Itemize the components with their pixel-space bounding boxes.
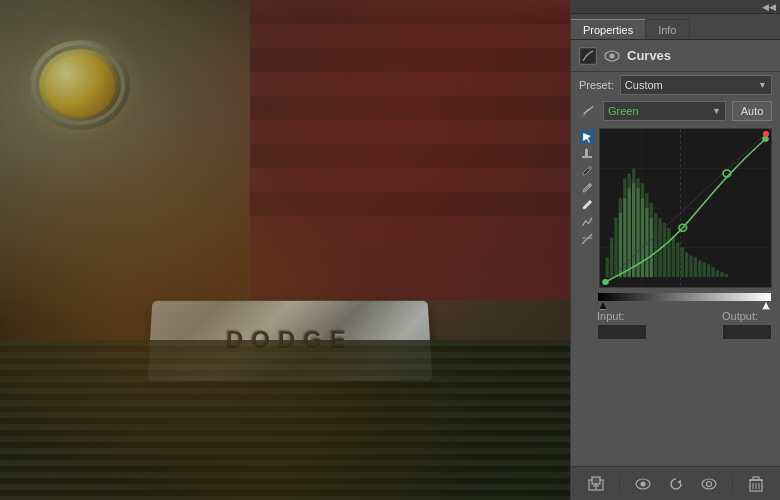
output-label: Output: [722,310,758,322]
svg-rect-38 [689,255,692,277]
photo-canvas: DODGE [0,0,570,500]
properties-panel: ◀◀ Properties Info [570,0,780,500]
svg-rect-37 [685,252,688,277]
output-value-field[interactable] [722,324,772,340]
preset-label: Preset: [579,79,614,91]
separator-2 [732,474,733,494]
preset-dropdown-arrow-icon: ▼ [758,80,767,90]
channel-sample-icon[interactable] [579,102,597,120]
select-point-tool[interactable] [580,130,594,144]
panel-spacer [571,340,780,466]
reset-button[interactable] [666,474,686,494]
pencil-tool[interactable] [580,147,594,161]
tools-sidebar [579,128,595,288]
svg-rect-20 [610,238,613,278]
svg-marker-67 [677,480,681,484]
svg-rect-54 [650,218,653,277]
svg-rect-49 [628,188,631,277]
eyedropper-gray-tool[interactable] [580,181,594,195]
svg-rect-41 [703,262,706,277]
curves-svg[interactable] [600,129,771,287]
preset-dropdown[interactable]: Custom ▼ [620,75,772,95]
smooth-curve-tool[interactable] [580,215,594,229]
svg-point-2 [610,53,615,58]
svg-rect-35 [676,243,679,278]
channel-dropdown-arrow-icon: ▼ [712,106,721,116]
svg-point-9 [589,201,592,204]
svg-point-8 [589,184,592,187]
svg-rect-19 [606,257,609,277]
channel-dropdown[interactable]: Green ▼ [603,101,726,121]
input-gradient-bar [597,292,772,302]
svg-rect-33 [667,228,670,277]
preset-value: Custom [625,79,663,91]
svg-rect-50 [632,183,635,277]
visibility-icon[interactable] [603,47,621,65]
collapse-arrows-icon[interactable]: ◀◀ [762,2,776,12]
panel-bottom-toolbar [571,466,780,500]
adjustment-layer-icon [579,47,597,65]
input-value-field[interactable] [597,324,647,340]
svg-rect-39 [694,257,697,277]
delete-button[interactable] [746,474,766,494]
eyedropper-black-tool[interactable] [580,164,594,178]
panel-title: Curves [627,48,772,63]
svg-rect-36 [681,248,684,278]
gradient-sliders-area [571,292,780,306]
auto-button[interactable]: Auto [732,101,772,121]
svg-rect-34 [672,236,675,277]
lower-grill [0,340,570,500]
input-label: Input: [597,310,625,322]
channel-value: Green [608,105,639,117]
svg-point-7 [589,167,592,170]
svg-rect-43 [711,267,714,277]
svg-rect-40 [698,260,701,277]
add-layer-button[interactable] [586,474,606,494]
svg-rect-72 [753,477,759,480]
tab-info[interactable]: Info [646,19,689,39]
svg-line-10 [582,234,592,244]
svg-point-68 [702,479,716,489]
preset-row: Preset: Custom ▼ [571,72,780,98]
car-grill [250,0,570,300]
svg-rect-5 [585,150,588,157]
visibility-toggle-button[interactable] [633,474,653,494]
panel-header: Curves [571,40,780,72]
svg-rect-30 [654,213,657,277]
io-labels-row: Input: Output: [571,306,780,340]
svg-rect-32 [663,223,666,277]
headlight-element [30,40,130,130]
svg-rect-45 [720,272,723,277]
curves-graph-area [571,124,780,292]
svg-marker-6 [585,148,588,150]
tab-properties[interactable]: Properties [571,19,646,39]
output-group: Output: [722,310,772,340]
red-indicator-dot [763,131,769,137]
svg-rect-52 [641,198,644,277]
svg-point-69 [706,481,711,486]
channel-row: Green ▼ Auto [571,98,780,124]
svg-rect-42 [707,264,710,277]
view-button[interactable] [699,474,719,494]
input-group: Input: [597,310,647,340]
eyedropper-white-tool[interactable] [580,198,594,212]
curves-graph[interactable] [599,128,772,288]
svg-point-3 [581,114,585,118]
svg-rect-62 [592,477,600,484]
straight-line-tool[interactable] [580,232,594,246]
panel-tab-bar: Properties Info [571,14,780,40]
svg-rect-44 [716,270,719,277]
svg-point-66 [640,481,645,486]
separator-1 [619,474,620,494]
svg-rect-46 [725,274,728,277]
svg-rect-21 [614,218,617,277]
svg-point-59 [602,279,609,285]
panel-collapse-bar[interactable]: ◀◀ [571,0,780,14]
